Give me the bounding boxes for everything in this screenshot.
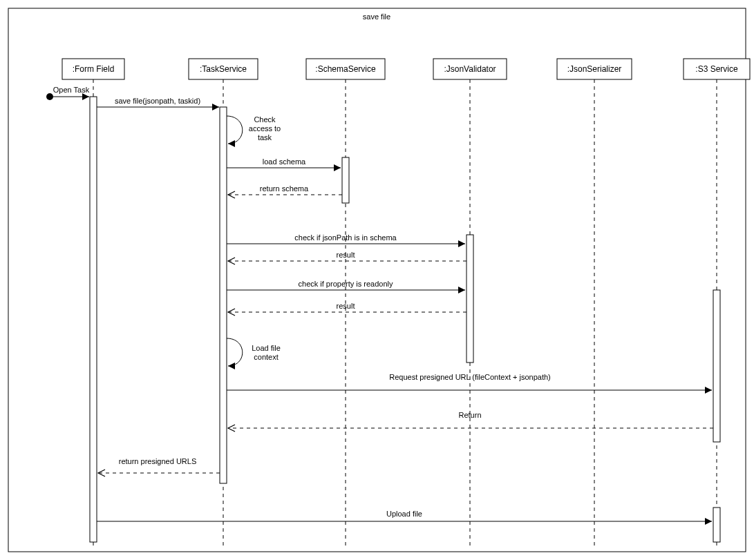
msg-result2-label: result [337, 302, 355, 310]
msg-open-task-label: Open Task [53, 86, 90, 94]
participant-s3-service-label: :S3 Service [695, 64, 738, 74]
msg-save-file-label: save file(jsonpath, taskid) [115, 97, 200, 105]
self-msg-load-file [227, 338, 243, 366]
participant-schema-service-label: :SchemaService [315, 64, 376, 74]
activation-form-field [90, 97, 97, 542]
activation-s3-2 [713, 508, 720, 542]
activation-s3-1 [713, 290, 720, 442]
msg-return-label: Return [458, 411, 481, 419]
msg-check-path-label: check if jsonPath is in schema [294, 233, 397, 242]
activation-json-validator [466, 235, 473, 363]
msg-load-schema-label: load schema [263, 157, 306, 166]
activation-schema-service [342, 157, 349, 203]
sequence-diagram: save file :Form Field :TaskService :Sche… [0, 0, 754, 560]
self-msg-check-access-label3: task [258, 133, 272, 142]
self-msg-check-access-label1: Check [254, 115, 276, 124]
found-message-start [46, 93, 53, 100]
self-msg-check-access [227, 116, 243, 144]
msg-upload-file-label: Upload file [386, 510, 422, 518]
self-msg-load-file-label1: Load file [252, 344, 281, 352]
participant-json-serializer-label: :JsonSerializer [567, 64, 622, 74]
msg-check-readonly-label: check if property is readonly [299, 280, 393, 288]
msg-return-urls-label: return presigned URLS [119, 457, 197, 465]
activation-task-service [220, 107, 227, 483]
msg-return-schema-label: return schema [260, 184, 309, 193]
self-msg-check-access-label2: access to [249, 124, 281, 133]
msg-result1-label: result [337, 251, 355, 259]
self-msg-load-file-label2: context [254, 353, 278, 361]
participant-form-field-label: :Form Field [73, 64, 115, 74]
participant-task-service-label: :TaskService [200, 64, 247, 74]
msg-request-url-label: Request presigned URL (fileContext + jso… [389, 373, 550, 381]
participant-json-validator-label: :JsonValidator [444, 64, 496, 74]
diagram-title: save file [363, 12, 390, 21]
